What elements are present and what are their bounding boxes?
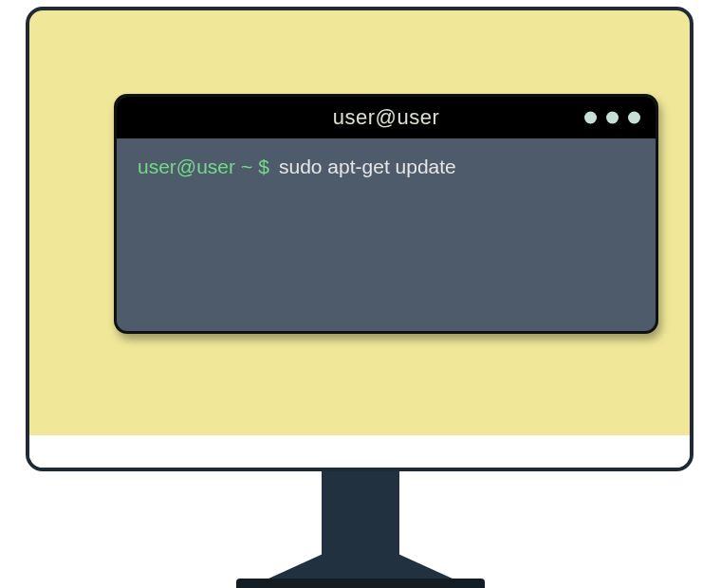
monitor-screen: user@user user@user ~ $ sudo apt-get upd…: [26, 7, 693, 471]
prompt-path: ~: [241, 156, 252, 178]
terminal-command: sudo apt-get update: [279, 156, 456, 178]
prompt-user-host: user@user: [138, 156, 235, 178]
window-close-icon[interactable]: [628, 112, 640, 124]
terminal-title: user@user: [333, 105, 439, 130]
window-controls: [584, 112, 640, 124]
terminal-window: user@user user@user ~ $ sudo apt-get upd…: [114, 94, 658, 334]
monitor-stand-base: [256, 537, 465, 584]
terminal-body[interactable]: user@user ~ $ sudo apt-get update: [117, 138, 656, 195]
monitor-stand-foot: [236, 579, 485, 588]
window-maximize-icon[interactable]: [606, 112, 619, 124]
terminal-titlebar[interactable]: user@user: [117, 97, 656, 138]
prompt-symbol: $: [258, 156, 269, 178]
window-minimize-icon[interactable]: [584, 112, 597, 124]
terminal-prompt-line: user@user ~ $ sudo apt-get update: [138, 156, 635, 178]
